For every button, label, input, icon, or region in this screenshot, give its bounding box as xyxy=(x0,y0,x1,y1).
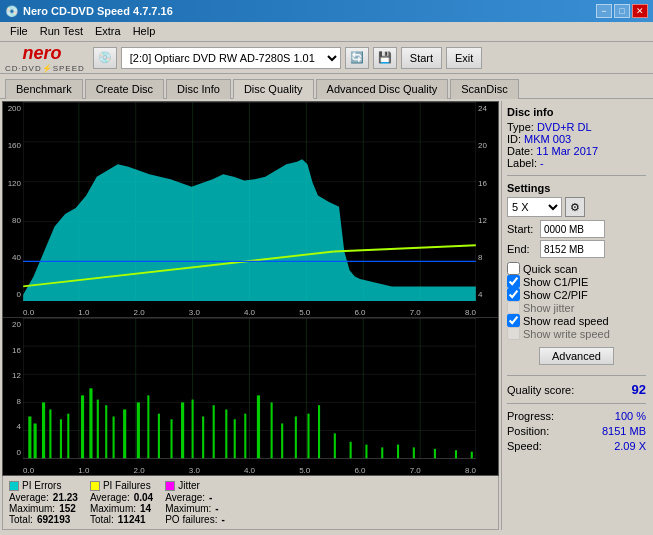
speed-label-quality: Speed: xyxy=(507,440,542,452)
pi-failures-total-value: 11241 xyxy=(118,514,146,525)
svg-rect-39 xyxy=(97,400,99,459)
svg-rect-33 xyxy=(42,403,45,459)
quality-score-label: Quality score: xyxy=(507,384,574,396)
menu-help[interactable]: Help xyxy=(127,24,162,39)
y-label: 120 xyxy=(3,179,21,188)
quality-score-value: 92 xyxy=(632,382,646,397)
save-icon[interactable]: 💾 xyxy=(373,47,397,69)
nero-sub: CD·DVD⚡SPEED xyxy=(5,64,85,73)
menu-bar: File Run Test Extra Help xyxy=(0,22,653,42)
pi-failures-label: PI Failures xyxy=(103,480,151,491)
show-c1-checkbox[interactable] xyxy=(507,275,520,288)
top-chart: 200 160 120 80 40 0 24 20 16 12 8 4 xyxy=(3,102,498,318)
quick-scan-label: Quick scan xyxy=(523,263,577,275)
pi-failures-total-label: Total: xyxy=(90,514,114,525)
pi-errors-label: PI Errors xyxy=(22,480,61,491)
advanced-button[interactable]: Advanced xyxy=(539,347,614,365)
end-field[interactable] xyxy=(540,240,605,258)
main-content: 200 160 120 80 40 0 24 20 16 12 8 4 xyxy=(0,99,653,532)
divider1 xyxy=(507,175,646,176)
svg-rect-59 xyxy=(318,406,320,459)
show-c2-checkbox[interactable] xyxy=(507,288,520,301)
settings-icon-button[interactable]: ⚙ xyxy=(565,197,585,217)
show-c2-label: Show C2/PIF xyxy=(523,289,588,301)
reload-icon[interactable]: 🔄 xyxy=(345,47,369,69)
tab-disc-info[interactable]: Disc Info xyxy=(166,79,231,99)
svg-rect-58 xyxy=(307,414,309,459)
tab-create-disc[interactable]: Create Disc xyxy=(85,79,164,99)
start-field[interactable] xyxy=(540,220,605,238)
svg-rect-55 xyxy=(271,403,273,459)
start-field-label: Start: xyxy=(507,223,537,235)
jitter-legend xyxy=(165,481,175,491)
pi-failures-avg-label: Average: xyxy=(90,492,130,503)
tab-benchmark[interactable]: Benchmark xyxy=(5,79,83,99)
jitter-max-value: - xyxy=(215,503,218,514)
jitter-max-label: Maximum: xyxy=(165,503,211,514)
stats-bar: PI Errors Average: 21.23 Maximum: 152 To… xyxy=(2,476,499,530)
tab-scan-disc[interactable]: ScanDisc xyxy=(450,79,518,99)
svg-rect-37 xyxy=(81,396,84,459)
svg-rect-67 xyxy=(455,451,457,459)
chart-panel: 200 160 120 80 40 0 24 20 16 12 8 4 xyxy=(2,101,499,476)
y-label: 0 xyxy=(3,290,21,299)
toolbar: nero CD·DVD⚡SPEED 💿 [2:0] Optiarc DVD RW… xyxy=(0,42,653,74)
progress-label: Progress: xyxy=(507,410,554,422)
svg-rect-60 xyxy=(334,434,336,459)
speed-row-quality: Speed: 2.09 X xyxy=(507,440,646,452)
show-jitter-row: Show jitter xyxy=(507,301,646,314)
y-label: 80 xyxy=(3,216,21,225)
start-button[interactable]: Start xyxy=(401,47,442,69)
drive-select[interactable]: [2:0] Optiarc DVD RW AD-7280S 1.01 xyxy=(121,47,341,69)
svg-rect-68 xyxy=(471,452,473,459)
show-read-checkbox[interactable] xyxy=(507,314,520,327)
menu-file[interactable]: File xyxy=(4,24,34,39)
quick-scan-checkbox[interactable] xyxy=(507,262,520,275)
svg-rect-36 xyxy=(67,414,69,459)
close-button[interactable]: ✕ xyxy=(632,4,648,18)
position-label: Position: xyxy=(507,425,549,437)
menu-extra[interactable]: Extra xyxy=(89,24,127,39)
tab-advanced-disc-quality[interactable]: Advanced Disc Quality xyxy=(316,79,449,99)
type-row: Type: DVD+R DL xyxy=(507,121,646,133)
svg-rect-56 xyxy=(281,424,283,459)
show-read-label: Show read speed xyxy=(523,315,609,327)
show-c1-row: Show C1/PIE xyxy=(507,275,646,288)
position-row: Position: 8151 MB xyxy=(507,425,646,437)
y-right-labels: 24 20 16 12 8 4 xyxy=(476,102,498,301)
show-c1-label: Show C1/PIE xyxy=(523,276,588,288)
minimize-button[interactable]: − xyxy=(596,4,612,18)
exit-button[interactable]: Exit xyxy=(446,47,482,69)
show-write-row: Show write speed xyxy=(507,327,646,340)
bottom-chart: 20 16 12 8 4 0 xyxy=(3,318,498,475)
app-icon: 💿 xyxy=(5,5,19,18)
show-read-row: Show read speed xyxy=(507,314,646,327)
date-value: 11 Mar 2017 xyxy=(536,145,598,157)
maximize-button[interactable]: □ xyxy=(614,4,630,18)
jitter-po-label: PO failures: xyxy=(165,514,217,525)
disc-label-value: - xyxy=(540,157,544,169)
menu-run-test[interactable]: Run Test xyxy=(34,24,89,39)
pi-failures-max-label: Maximum: xyxy=(90,503,136,514)
svg-rect-61 xyxy=(350,442,352,459)
top-chart-svg xyxy=(23,102,476,301)
id-value: MKM 003 xyxy=(524,133,571,145)
pi-errors-stats: PI Errors Average: 21.23 Maximum: 152 To… xyxy=(9,480,78,525)
date-row: Date: 11 Mar 2017 xyxy=(507,145,646,157)
svg-rect-32 xyxy=(34,424,37,459)
type-label: Type: xyxy=(507,121,534,133)
nero-logo: nero xyxy=(22,43,61,64)
speed-select[interactable]: 5 X 4 X 8 X Max xyxy=(507,197,562,217)
svg-rect-52 xyxy=(234,420,236,459)
show-write-label: Show write speed xyxy=(523,328,610,340)
bottom-chart-svg xyxy=(23,318,476,459)
y-left-labels-bottom: 20 16 12 8 4 0 xyxy=(3,318,23,459)
svg-rect-42 xyxy=(123,410,126,459)
svg-rect-48 xyxy=(192,400,194,459)
svg-rect-51 xyxy=(225,410,227,459)
svg-rect-49 xyxy=(202,417,204,459)
pi-errors-max-label: Maximum: xyxy=(9,503,55,514)
tab-disc-quality[interactable]: Disc Quality xyxy=(233,79,314,99)
svg-rect-46 xyxy=(170,420,172,459)
id-label: ID: xyxy=(507,133,521,145)
